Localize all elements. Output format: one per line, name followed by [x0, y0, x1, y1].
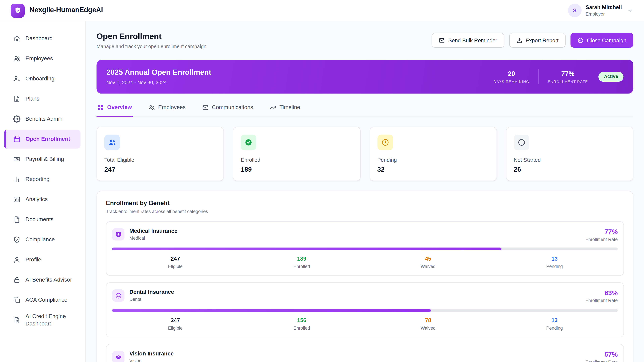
tab-timeline[interactable]: Timeline	[269, 104, 301, 117]
gear-icon	[13, 115, 20, 123]
stat-label: Total Eligible	[104, 157, 216, 163]
benefit-row-vision: Vision Insurance Vision 57% Enrollment R…	[106, 344, 624, 362]
stat-card-total-eligible: Total Eligible 247	[96, 127, 224, 181]
benefit-rate-block: 63% Enrollment Rate	[585, 289, 618, 304]
users-icon	[148, 104, 155, 111]
user-menu[interactable]: S Sarah Mitchell Employer	[568, 4, 634, 17]
sidebar-item-open-enrollment[interactable]: Open Enrollment	[4, 130, 80, 149]
user-icon	[13, 256, 20, 264]
sidebar: Dashboard Employees Onboarding Plans Ben…	[0, 21, 86, 362]
benefit-name-block: Dental Insurance Dental	[129, 289, 174, 302]
download-icon	[516, 37, 522, 43]
sidebar-item-plans[interactable]: Plans	[4, 89, 80, 108]
grid-icon	[97, 104, 104, 111]
tab-communications[interactable]: Communications	[201, 104, 254, 117]
sidebar-item-dashboard[interactable]: Dashboard	[4, 29, 80, 48]
sidebar-item-compliance[interactable]: Compliance	[4, 230, 80, 249]
send-bulk-reminder-button[interactable]: Send Bulk Reminder	[432, 33, 504, 48]
not-started-icon-box	[514, 134, 529, 150]
benefit-row-dental: Dental Insurance Dental 63% Enrollment R…	[106, 283, 624, 338]
page-title: Open Enrollment	[96, 31, 206, 41]
campaign-title: 2025 Annual Open Enrollment	[106, 68, 211, 77]
export-report-button[interactable]: Export Report	[509, 33, 566, 48]
stat-cards: Total Eligible 247 Enrolled 189 Pending …	[96, 127, 634, 181]
benefit-stat-pending: 13Pending	[492, 256, 618, 270]
days-remaining-label: DAYS REMAINING	[494, 79, 529, 84]
users-icon	[13, 55, 20, 62]
bar-chart-icon	[13, 176, 20, 183]
benefit-category: Vision	[129, 359, 174, 362]
tab-overview[interactable]: Overview	[96, 104, 133, 117]
tab-overview-label: Overview	[107, 104, 132, 111]
benefit-rate-label: Enrollment Rate	[585, 298, 618, 304]
send-bulk-reminder-label: Send Bulk Reminder	[448, 37, 497, 43]
header-actions: Send Bulk Reminder Export Report Close C…	[432, 33, 633, 48]
shield-logo-icon	[14, 6, 22, 14]
days-remaining-value: 20	[494, 70, 529, 78]
medical-cross-icon	[115, 231, 122, 238]
progress-bar	[112, 248, 618, 250]
trending-up-icon	[270, 104, 276, 111]
campaign-banner-left: 2025 Annual Open Enrollment Nov 1, 2024 …	[106, 68, 211, 85]
circle-icon	[518, 138, 526, 146]
tab-employees[interactable]: Employees	[148, 104, 186, 117]
smiley-icon	[115, 292, 122, 299]
benefit-rate-block: 77% Enrollment Rate	[585, 228, 618, 242]
shield-check-icon	[13, 236, 20, 243]
copy-icon	[13, 296, 20, 304]
sidebar-item-employees[interactable]: Employees	[4, 49, 80, 68]
benefit-name: Dental Insurance	[129, 289, 174, 296]
campaign-banner: 2025 Annual Open Enrollment Nov 1, 2024 …	[96, 60, 634, 94]
clock-icon	[381, 138, 389, 146]
stat-value: 26	[514, 165, 626, 173]
stat-card-not-started: Not Started 26	[506, 127, 634, 181]
banner-divider	[538, 69, 539, 84]
sidebar-item-analytics[interactable]: Analytics	[4, 190, 80, 209]
chevron-down-icon[interactable]	[627, 7, 633, 14]
benefit-rate-label: Enrollment Rate	[585, 237, 618, 242]
page-header: Open Enrollment Manage and track your op…	[96, 31, 634, 49]
sidebar-item-ai-benefits-advisor[interactable]: AI Benefits Advisor	[4, 271, 80, 290]
sidebar-item-benefits-admin[interactable]: Benefits Admin	[4, 110, 80, 129]
file-text-icon	[13, 95, 20, 103]
sidebar-item-onboarding[interactable]: Onboarding	[4, 69, 80, 88]
benefit-stat-pending: 13Pending	[492, 317, 618, 331]
benefit-rate-value: 63%	[585, 289, 618, 297]
benefit-category: Dental	[129, 297, 174, 302]
campaign-date-range: Nov 1, 2024 - Nov 30, 2024	[106, 80, 211, 85]
enrollment-by-benefit-subtitle: Track enrollment rates across all benefi…	[106, 209, 624, 214]
sidebar-item-documents[interactable]: Documents	[4, 210, 80, 229]
close-campaign-button[interactable]: Close Campaign	[570, 33, 633, 48]
benefit-row-left: Dental Insurance Dental	[112, 289, 174, 302]
benefit-stats: 247Eligible 156Enrolled 78Waived 13Pendi…	[112, 317, 618, 331]
stat-label: Enrolled	[241, 157, 353, 163]
sidebar-item-profile[interactable]: Profile	[4, 250, 80, 269]
sidebar-item-aca-compliance[interactable]: ACA Compliance	[4, 291, 80, 310]
stat-label: Not Started	[514, 157, 626, 163]
tab-communications-label: Communications	[212, 104, 253, 111]
check-circle-icon	[578, 37, 584, 43]
user-plus-icon	[13, 75, 20, 82]
progress-fill	[112, 309, 431, 312]
benefit-row-left: Medical Insurance Medical	[112, 228, 178, 241]
benefit-rate-block: 57% Enrollment Rate	[585, 351, 618, 362]
enrollment-by-benefit-title: Enrollment by Benefit	[106, 200, 624, 207]
sidebar-item-ai-credit-engine-dashboard[interactable]: AI Credit Engine Dashboard	[4, 311, 80, 330]
file-pen-icon	[13, 317, 20, 324]
sidebar-item-reporting[interactable]: Reporting	[4, 170, 80, 189]
sidebar-item-payroll-billing[interactable]: Payroll & Billing	[4, 150, 80, 169]
campaign-banner-right: 20 DAYS REMAINING 77% ENROLLMENT RATE Ac…	[494, 69, 624, 84]
dental-icon-box	[112, 290, 124, 302]
topbar: Nexgile-HumanEdgeAI S Sarah Mitchell Emp…	[0, 0, 644, 21]
benefit-name-block: Medical Insurance Medical	[129, 228, 178, 241]
benefit-rate-value: 57%	[585, 351, 618, 359]
app-window: Nexgile-HumanEdgeAI S Sarah Mitchell Emp…	[0, 0, 644, 362]
tab-timeline-label: Timeline	[280, 104, 300, 111]
benefit-stat-eligible: 247Eligible	[112, 317, 239, 331]
stat-value: 32	[377, 165, 489, 173]
pending-icon-box	[377, 134, 393, 150]
brand[interactable]: Nexgile-HumanEdgeAI	[11, 3, 103, 17]
main-content: Open Enrollment Manage and track your op…	[86, 21, 644, 362]
benefit-row-left: Vision Insurance Vision	[112, 351, 174, 362]
enrolled-icon-box	[241, 134, 256, 150]
